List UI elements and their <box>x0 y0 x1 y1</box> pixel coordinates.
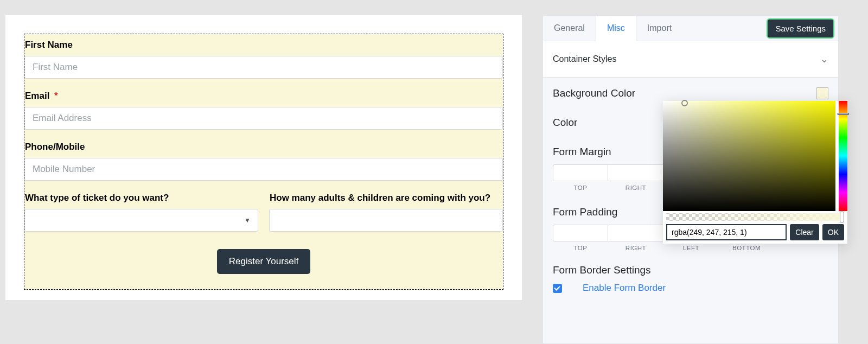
prop-form-border: Form Border Settings Enable Form Border <box>553 264 828 294</box>
form-border-label: Form Border Settings <box>553 264 828 276</box>
phone-label: Phone/Mobile <box>24 136 503 158</box>
field-first-name[interactable]: First Name <box>24 34 503 79</box>
party-input[interactable] <box>269 209 503 232</box>
register-button[interactable]: Register Yourself <box>217 249 311 274</box>
padding-right-label: RIGHT <box>626 245 646 251</box>
margin-right-input[interactable] <box>608 164 663 181</box>
tab-misc[interactable]: Misc <box>596 16 636 41</box>
padding-right-input[interactable] <box>608 225 663 241</box>
alpha-slider[interactable] <box>666 213 844 221</box>
margin-top-label: TOP <box>574 184 588 191</box>
enable-border-row: Enable Form Border <box>553 283 828 294</box>
email-label-text: Email <box>25 91 49 101</box>
bg-color-swatch[interactable] <box>816 87 828 99</box>
bg-color-label: Background Color <box>553 87 635 99</box>
ticket-label: What type of ticket do you want? <box>24 187 258 209</box>
picker-controls: Clear OK <box>663 224 847 244</box>
form-preview-card: First Name Email * Phone/Mobile What typ… <box>5 15 522 300</box>
phone-input[interactable] <box>24 158 503 181</box>
alpha-handle[interactable] <box>840 212 844 222</box>
ticket-select[interactable] <box>24 209 258 232</box>
first-name-label: First Name <box>24 34 503 56</box>
margin-right-label: RIGHT <box>626 184 646 191</box>
sv-cursor[interactable] <box>681 100 688 106</box>
padding-top-input[interactable] <box>553 225 608 241</box>
submit-row: Register Yourself <box>24 237 503 289</box>
email-label: Email * <box>24 85 503 107</box>
tab-general[interactable]: General <box>543 16 596 41</box>
padding-bottom-label: BOTTOM <box>732 245 761 251</box>
email-input[interactable] <box>24 107 503 130</box>
clear-color-button[interactable]: Clear <box>790 224 819 240</box>
field-phone[interactable]: Phone/Mobile <box>24 130 503 181</box>
field-email[interactable]: Email * <box>24 79 503 130</box>
section-container-styles[interactable]: Container Styles ⌄ <box>543 41 838 78</box>
field-ticket-type[interactable]: What type of ticket do you want? ▼ <box>24 187 258 232</box>
field-row-two-col: What type of ticket do you want? ▼ How m… <box>24 181 503 237</box>
padding-left-label: LEFT <box>683 245 699 251</box>
enable-border-checkbox[interactable] <box>553 284 562 293</box>
color-label: Color <box>553 117 577 129</box>
saturation-value-area[interactable] <box>663 101 835 211</box>
chevron-down-icon: ⌄ <box>820 53 828 65</box>
caret-down-icon: ▼ <box>244 216 251 224</box>
field-party-size[interactable]: How many adults & children are coming wi… <box>269 187 503 232</box>
prop-background-color: Background Color <box>553 87 828 99</box>
color-picker-popover: Clear OK <box>663 101 847 244</box>
panel-tabs: General Misc Import Save Settings <box>543 16 838 41</box>
party-label: How many adults & children are coming wi… <box>269 187 503 209</box>
save-settings-button[interactable]: Save Settings <box>767 19 834 38</box>
color-value-input[interactable] <box>666 224 787 240</box>
enable-border-label[interactable]: Enable Form Border <box>583 283 666 294</box>
hue-handle[interactable] <box>838 113 848 115</box>
section-title: Container Styles <box>553 54 616 64</box>
padding-top-label: TOP <box>574 245 588 251</box>
margin-top-input[interactable] <box>553 164 608 181</box>
ok-color-button[interactable]: OK <box>822 224 844 240</box>
hue-slider[interactable] <box>839 101 847 211</box>
first-name-input[interactable] <box>24 56 503 79</box>
required-mark: * <box>54 91 58 101</box>
form-canvas[interactable]: First Name Email * Phone/Mobile What typ… <box>24 34 503 290</box>
tab-import[interactable]: Import <box>636 16 682 41</box>
